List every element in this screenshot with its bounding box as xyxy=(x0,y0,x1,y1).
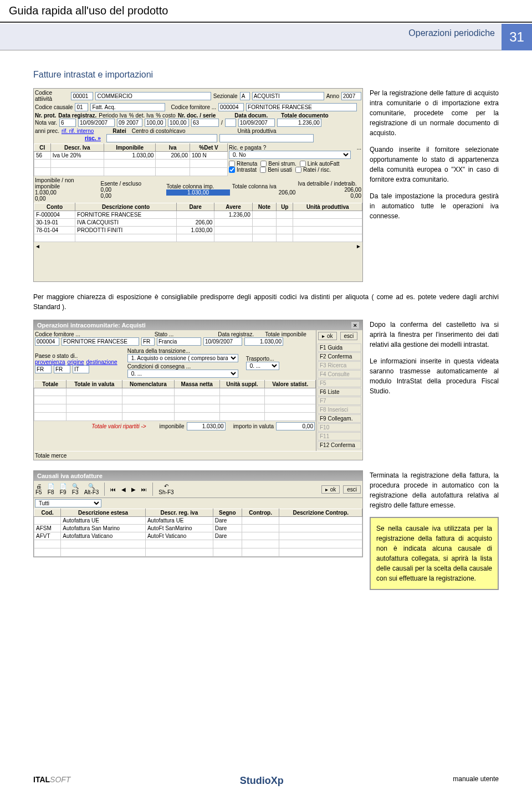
screenshot-invoice-form: Codice attiività Sezionale Anno Codice c… xyxy=(33,88,363,282)
destinazione-link[interactable]: destinazione xyxy=(86,359,117,365)
rif-interno-link[interactable]: rif. rif. interno xyxy=(62,128,94,134)
sezionale-code[interactable] xyxy=(240,92,250,100)
anno-input[interactable] xyxy=(341,92,361,100)
ritenuta-checkbox[interactable] xyxy=(229,161,235,167)
cell: IVA C/ACQUISTI xyxy=(75,219,177,227)
fkey-item[interactable]: F2 Conferma xyxy=(318,352,361,361)
stato-input[interactable] xyxy=(141,337,155,346)
print-icon[interactable]: 🖨 xyxy=(35,483,42,489)
unita-prod-input[interactable] xyxy=(219,134,314,142)
page-icon[interactable]: 📄 xyxy=(48,483,54,489)
codice-attivita-desc[interactable] xyxy=(95,92,211,100)
dialog-title: Causali iva autofatture xyxy=(34,471,362,481)
prov-input[interactable] xyxy=(35,365,52,373)
label: Sezionale xyxy=(213,93,238,99)
periodo-iva-input[interactable] xyxy=(117,119,142,127)
filter-select[interactable]: Tutti xyxy=(35,499,101,507)
search-icon[interactable]: 🔍 xyxy=(84,483,99,489)
fkey-item[interactable]: F9 Collegam. xyxy=(318,414,361,423)
undo-icon[interactable]: ↶ xyxy=(158,483,173,489)
value: 1.030,00 xyxy=(166,189,230,196)
col-header: Unità suppl. xyxy=(219,381,265,388)
ric-pagata-select[interactable]: 0. No xyxy=(229,151,351,159)
paragraph: Per la registrazione delle fatture di ac… xyxy=(370,88,499,138)
centro-input[interactable] xyxy=(106,134,217,142)
cell: 1.030,00 xyxy=(34,388,66,396)
ok-button[interactable]: ▸ ok xyxy=(321,485,340,494)
trasporto-select[interactable]: 0. ... xyxy=(246,362,279,370)
value: 0,00 xyxy=(101,187,165,193)
esci-button[interactable]: esci xyxy=(343,485,361,494)
stato-desc-input[interactable] xyxy=(157,337,201,346)
label: Nr. prot. xyxy=(35,112,56,119)
tot-imponibile-input[interactable] xyxy=(187,422,226,430)
codice-attivita-code[interactable] xyxy=(71,92,93,100)
col-header: Iva xyxy=(156,144,190,152)
label: Data registraz. xyxy=(218,331,254,337)
fkey-item[interactable]: F1 Guida xyxy=(318,343,361,352)
fkey-item[interactable]: F6 Liste xyxy=(318,388,361,396)
label: Nota var. xyxy=(35,120,57,126)
codice-fornitore-code[interactable] xyxy=(218,103,244,111)
serie-input[interactable] xyxy=(225,119,236,127)
last-icon[interactable]: ⏭ xyxy=(141,486,147,493)
data-registraz-input[interactable] xyxy=(78,119,115,127)
pcosto-input[interactable] xyxy=(168,119,189,127)
paragraph: Da tale impostazione la procedura gestir… xyxy=(370,191,499,221)
codforn-desc-input[interactable] xyxy=(62,337,139,346)
data-docum-input[interactable] xyxy=(238,119,275,127)
pdet-iva-input[interactable] xyxy=(145,119,166,127)
esci-button[interactable]: esci xyxy=(340,332,358,340)
fkey-item[interactable]: F12 Conferma xyxy=(318,441,361,449)
paragraph: Dopo la conferma del castelletto iva si … xyxy=(370,320,499,350)
table-row[interactable]: AFSMAutofattura San MarinoAutoFt SanMari… xyxy=(34,525,362,532)
codforn-input[interactable] xyxy=(35,337,59,346)
cell: 206,00 xyxy=(177,219,214,227)
nrdoc-input[interactable] xyxy=(191,119,219,127)
search-icon[interactable]: 🔍 xyxy=(72,483,79,489)
col-header: Avere xyxy=(214,203,252,211)
orig-input[interactable] xyxy=(54,365,70,373)
codice-causale-desc[interactable] xyxy=(90,103,165,111)
page-icon[interactable]: 📄 xyxy=(60,483,66,489)
dest-input[interactable] xyxy=(73,365,89,373)
totimp-input[interactable] xyxy=(244,337,283,346)
prev-icon[interactable]: ◀ xyxy=(121,486,126,493)
data-input[interactable] xyxy=(203,337,242,346)
codice-fornitore-desc[interactable] xyxy=(246,103,357,111)
cell: Iva Ue 20% xyxy=(50,152,104,160)
label: Anno xyxy=(326,93,339,99)
label: Totale colonna imp. xyxy=(166,183,230,189)
ok-button[interactable]: ▸ ok xyxy=(318,332,337,340)
sezionale-desc[interactable] xyxy=(252,92,324,100)
col-header: Totale in valuta xyxy=(66,381,122,388)
totale-documento-input[interactable] xyxy=(277,119,321,127)
table-row[interactable]: 85Autofattura UEAutofattura UEDare xyxy=(34,517,362,525)
natura-select[interactable]: 1. Acquisto o cessione ( compreso baratt… xyxy=(127,354,238,362)
risc-link[interactable]: risc. » xyxy=(85,135,101,141)
col-header: Unità produttiva xyxy=(293,203,362,211)
fkey-item: F7 xyxy=(318,397,361,405)
nrprot-input[interactable] xyxy=(59,119,76,127)
value: 206,00 xyxy=(232,189,296,196)
label: Periodo Iva xyxy=(99,112,127,119)
table-row[interactable]: AFVTAutofattura VaticanoAutoFt VaticanoD… xyxy=(34,532,362,540)
origine-link[interactable]: origine xyxy=(67,359,84,365)
next-icon[interactable]: ▶ xyxy=(131,486,136,493)
fkey-item: F5 xyxy=(318,379,361,387)
screenshot-intrastat-dialog: Operazioni intracomunitarie: Acquisti× C… xyxy=(33,320,363,460)
tot-valuta-input[interactable] xyxy=(276,422,315,430)
intrastat-checkbox[interactable] xyxy=(229,167,235,173)
paragraph: Quando inserite il fornitore selezionate… xyxy=(370,145,499,184)
provenienza-link[interactable]: provenienza xyxy=(35,359,65,365)
beni-strum-checkbox[interactable] xyxy=(260,161,267,167)
close-icon[interactable]: × xyxy=(351,322,359,329)
beni-usati-checkbox[interactable] xyxy=(260,167,266,173)
link-autofatt-checkbox[interactable] xyxy=(300,161,306,167)
first-icon[interactable]: ⏮ xyxy=(110,486,116,493)
condiz-select[interactable]: 0. ... xyxy=(127,370,238,378)
page-title: Guida rapida all'uso del prodotto xyxy=(0,0,532,23)
ratei-risc-checkbox[interactable] xyxy=(295,167,301,173)
codice-causale-code[interactable] xyxy=(75,103,88,111)
paragraph: Terminata la registrazione della fattura… xyxy=(370,470,499,510)
